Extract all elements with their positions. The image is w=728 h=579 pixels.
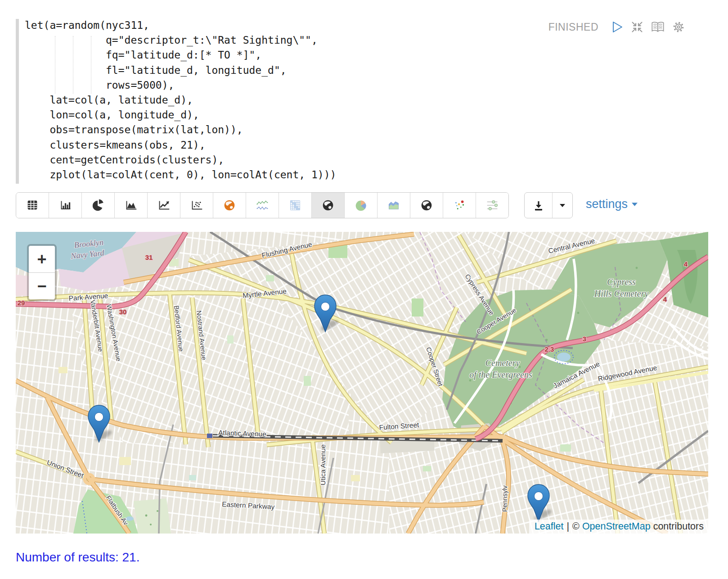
table-icon: [25, 198, 40, 213]
area-chart-colored-icon: [386, 198, 401, 213]
settings-toggle[interactable]: settings: [586, 197, 638, 211]
map-canvas: Flushing Avenue Myrtle Avenue Park Avenu…: [16, 232, 708, 534]
chart-type-heatmap-button[interactable]: [279, 193, 312, 218]
copyright-symbol: ©: [572, 521, 580, 532]
world-map-icon: [320, 198, 336, 213]
sparkline-chart-icon: [255, 198, 270, 213]
svg-text:Cypress: Cypress: [607, 277, 636, 287]
heatmap-grid-icon: [288, 198, 303, 213]
download-split-button: [524, 192, 573, 218]
download-button[interactable]: [525, 193, 553, 218]
area-chart-icon: [123, 198, 139, 213]
zoom-in-button[interactable]: +: [29, 246, 55, 273]
chart-type-sparkline-button[interactable]: [246, 193, 279, 218]
settings-label: settings: [586, 197, 628, 211]
line-chart-icon: [156, 198, 171, 213]
pond: [557, 353, 571, 362]
attribution-divider: |: [566, 521, 569, 532]
chart-type-area-button[interactable]: [115, 193, 148, 218]
svg-text:4: 4: [663, 295, 667, 303]
chart-type-scatter-colored-button[interactable]: [443, 193, 476, 218]
chart-type-map-orange-button[interactable]: [213, 193, 246, 218]
chart-type-toolbar: [16, 192, 509, 218]
svg-text:of the Evergreens: of the Evergreens: [469, 370, 532, 380]
chart-type-bar-button[interactable]: [49, 193, 82, 218]
chart-type-pie-button[interactable]: [82, 193, 115, 218]
bar-chart-icon: [58, 198, 73, 213]
status-badge: FINISHED: [548, 21, 598, 33]
play-icon[interactable]: [611, 21, 623, 33]
world-map-orange-icon: [222, 198, 237, 213]
attribution-suffix: contributors: [653, 521, 704, 532]
chart-type-scatter-button[interactable]: [180, 193, 213, 218]
leaflet-link[interactable]: Leaflet: [535, 521, 564, 532]
zoom-out-button[interactable]: −: [29, 273, 55, 299]
shrink-arrows-icon[interactable]: [631, 21, 643, 33]
map-attribution: Leaflet|© OpenStreetMap contributors: [529, 520, 708, 534]
chart-type-map-button[interactable]: [312, 193, 345, 218]
scatter-colored-icon: [452, 198, 467, 213]
svg-text:Hills Cemetery: Hills Cemetery: [594, 289, 649, 299]
svg-text:31: 31: [145, 253, 153, 261]
paragraph-controls: FINISHED: [548, 21, 685, 33]
pie-chart-icon: [90, 198, 106, 213]
svg-text:29: 29: [18, 299, 25, 307]
svg-text:4: 4: [684, 260, 688, 268]
caret-down-icon: [631, 202, 638, 207]
svg-text:Utica Avenue: Utica Avenue: [319, 444, 327, 485]
chart-type-pie-colored-button[interactable]: [345, 193, 377, 218]
open-book-icon[interactable]: [651, 21, 665, 33]
chart-type-line-button[interactable]: [148, 193, 180, 218]
download-icon: [533, 199, 544, 211]
gear-icon[interactable]: [672, 21, 685, 33]
world-map-alt-icon: [419, 198, 434, 213]
svg-text:2 3: 2 3: [545, 345, 554, 353]
code-editor[interactable]: let(a=random(nyc311, q="descriptor_t:\"R…: [16, 18, 712, 185]
pie-chart-colored-icon: [353, 198, 368, 213]
chart-type-map-alt-button[interactable]: [410, 193, 443, 218]
result-text: Number of results: 21.: [16, 550, 139, 565]
download-menu-button[interactable]: [553, 193, 572, 218]
editor-gutter: [16, 19, 19, 184]
chart-type-table-button[interactable]: [16, 193, 49, 218]
chart-type-area-colored-button[interactable]: [377, 193, 410, 218]
scatter-plot-icon: [189, 198, 204, 213]
svg-text:3: 3: [583, 335, 586, 343]
svg-text:Pennsylv: Pennsylv: [501, 485, 508, 512]
code-text[interactable]: let(a=random(nyc311, q="descriptor_t:\"R…: [25, 18, 336, 182]
svg-text:30: 30: [119, 308, 127, 316]
svg-text:Cemetery: Cemetery: [485, 358, 520, 368]
leaflet-map[interactable]: Flushing Avenue Myrtle Avenue Park Avenu…: [16, 232, 708, 534]
sliders-icon: [485, 198, 500, 213]
osm-link[interactable]: OpenStreetMap: [582, 521, 651, 532]
chart-type-sliders-button[interactable]: [476, 193, 508, 218]
zoom-control: + −: [27, 244, 57, 301]
caret-down-icon: [559, 204, 566, 208]
